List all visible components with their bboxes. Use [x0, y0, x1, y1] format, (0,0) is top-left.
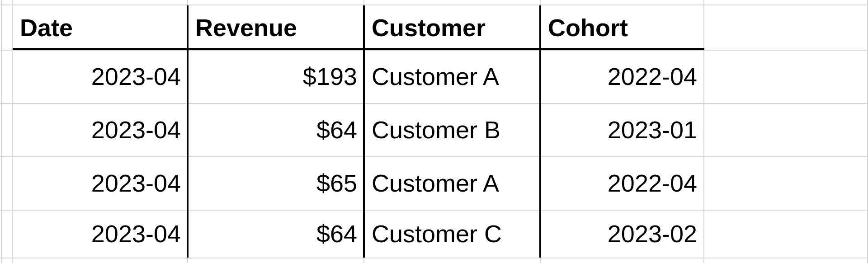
cell-revenue[interactable]: $64: [188, 103, 364, 156]
cell-customer[interactable]: Customer A: [364, 156, 541, 210]
spreadsheet-view[interactable]: Date Revenue Customer Cohort 2023-04 $19…: [0, 0, 868, 263]
cell-date[interactable]: 2023-04: [13, 210, 188, 258]
cell-revenue[interactable]: $65: [188, 156, 364, 210]
cell-date[interactable]: 2023-04: [13, 156, 188, 210]
header-customer[interactable]: Customer: [364, 5, 541, 50]
cell-date[interactable]: 2023-04: [13, 103, 188, 156]
cell-cohort[interactable]: 2022-04: [541, 50, 704, 103]
column-divider: [187, 5, 189, 258]
cell-customer[interactable]: Customer A: [364, 50, 541, 103]
gridline: [1, 0, 2, 263]
column-divider: [539, 5, 541, 258]
cell-revenue[interactable]: $64: [188, 210, 364, 258]
cell-customer[interactable]: Customer C: [364, 210, 541, 258]
cell-cohort[interactable]: 2023-02: [541, 210, 704, 258]
header-border-bottom: [13, 48, 704, 50]
header-revenue[interactable]: Revenue: [188, 5, 364, 50]
header-date[interactable]: Date: [13, 5, 188, 50]
header-cohort[interactable]: Cohort: [541, 5, 704, 50]
cell-revenue[interactable]: $193: [188, 50, 364, 103]
cell-date[interactable]: 2023-04: [13, 50, 188, 103]
gridline: [0, 258, 868, 258]
column-divider: [363, 5, 365, 258]
cell-cohort[interactable]: 2022-04: [541, 156, 704, 210]
cell-cohort[interactable]: 2023-01: [541, 103, 704, 156]
cell-customer[interactable]: Customer B: [364, 103, 541, 156]
